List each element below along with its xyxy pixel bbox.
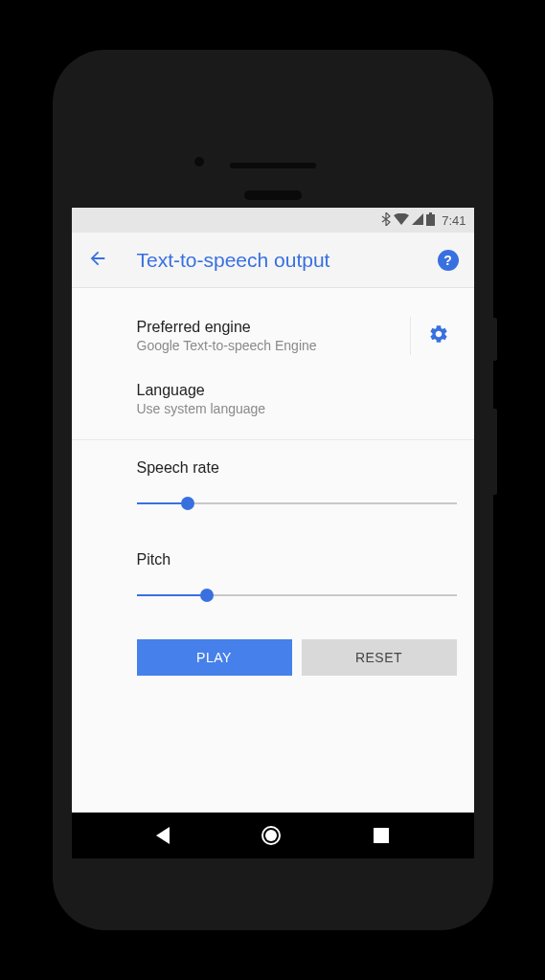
speech-rate-section: Speech rate: [72, 440, 474, 532]
preferred-engine-title: Preferred engine: [137, 319, 410, 336]
language-subtitle: Use system language: [137, 401, 457, 416]
preferred-engine-text: Preferred engine Google Text-to-speech E…: [89, 319, 410, 353]
phone-sensor-slot: [230, 163, 316, 168]
slider-thumb[interactable]: [200, 589, 214, 602]
preferred-engine-subtitle: Google Text-to-speech Engine: [137, 338, 410, 353]
nav-recent-icon[interactable]: [374, 828, 389, 843]
speech-rate-slider[interactable]: [137, 494, 457, 513]
page-title: Text-to-speech output: [137, 249, 438, 272]
screen: 7:41 Text-to-speech output ? Preferred e…: [72, 208, 474, 858]
battery-icon: [426, 212, 435, 229]
phone-speaker: [244, 190, 302, 200]
language-title: Language: [137, 382, 457, 399]
gear-icon: [428, 323, 449, 348]
navigation-bar: [72, 813, 474, 858]
bluetooth-icon: [381, 212, 391, 229]
cellular-icon: [412, 213, 423, 228]
nav-back-icon[interactable]: [156, 827, 170, 844]
phone-power-button: [493, 318, 497, 361]
svg-rect-1: [429, 212, 432, 214]
slider-thumb[interactable]: [181, 497, 194, 510]
slider-fill: [137, 502, 188, 504]
help-icon[interactable]: ?: [438, 250, 459, 271]
engine-settings-button[interactable]: [410, 317, 457, 355]
back-arrow-icon[interactable]: [87, 248, 108, 273]
phone-volume-button: [493, 409, 497, 495]
phone-frame: 7:41 Text-to-speech output ? Preferred e…: [53, 50, 493, 930]
preferred-engine-row[interactable]: Preferred engine Google Text-to-speech E…: [72, 303, 474, 368]
reset-button[interactable]: RESET: [302, 639, 457, 676]
language-row[interactable]: Language Use system language: [72, 368, 474, 430]
language-text: Language Use system language: [89, 382, 457, 416]
slider-fill: [137, 594, 207, 596]
svg-rect-0: [426, 214, 435, 226]
pitch-section: Pitch: [72, 532, 474, 624]
pitch-label: Pitch: [137, 551, 457, 568]
nav-home-icon[interactable]: [261, 826, 281, 845]
wifi-icon: [394, 213, 409, 228]
pitch-slider[interactable]: [137, 586, 457, 605]
speech-rate-label: Speech rate: [137, 459, 457, 477]
phone-camera-dot: [194, 157, 204, 167]
status-time: 7:41: [442, 213, 466, 228]
play-button[interactable]: PLAY: [137, 639, 292, 676]
button-row: PLAY RESET: [72, 624, 474, 691]
app-bar: Text-to-speech output ?: [72, 233, 474, 288]
status-bar: 7:41: [72, 208, 474, 233]
content-area: Preferred engine Google Text-to-speech E…: [72, 288, 474, 813]
